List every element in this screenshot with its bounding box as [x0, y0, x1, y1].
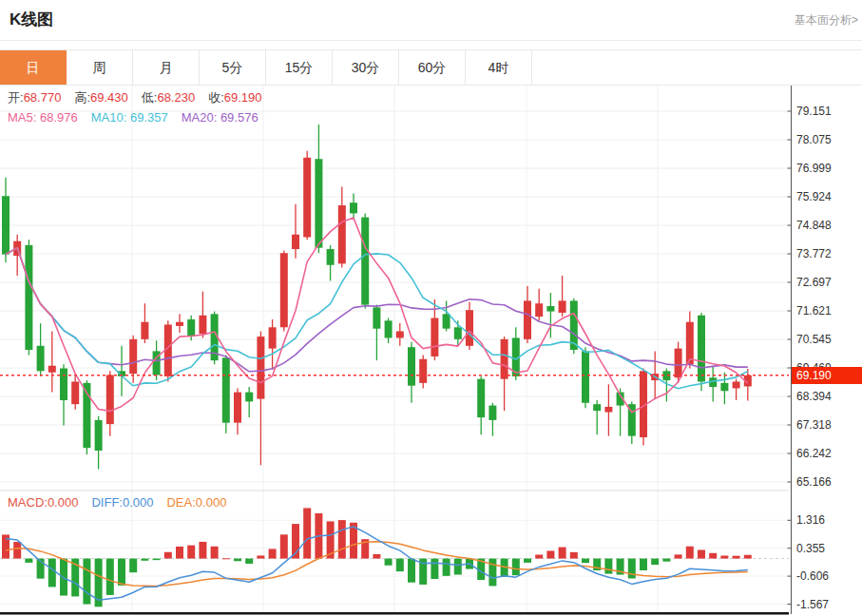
tab-period-3[interactable]: 5分 [200, 50, 266, 85]
candle [675, 349, 682, 378]
candle [466, 310, 473, 346]
candle [71, 381, 79, 404]
candle [95, 420, 103, 451]
candle [315, 159, 322, 247]
candle [477, 379, 485, 417]
macd-bar [546, 550, 554, 558]
candle [60, 369, 67, 400]
readout-pair: DEA:0.000 [166, 495, 226, 510]
price-tick-label: 75.924 [796, 190, 832, 203]
price-tick-label: 67.318 [796, 418, 832, 432]
macd-bar [141, 559, 148, 561]
macd-bar [628, 559, 636, 579]
readout-label: DIFF: [91, 495, 123, 510]
macd-bar [129, 559, 137, 573]
widget-header: K线图 基本面分析> [0, 0, 862, 41]
macd-bar [662, 559, 670, 562]
readout-label: 收: [208, 90, 224, 105]
readout-pair: 高:69.430 [74, 90, 127, 105]
macd-bar [733, 556, 740, 559]
candle [2, 196, 10, 254]
macd-bar [211, 547, 219, 559]
tab-period-7[interactable]: 4时 [466, 50, 532, 85]
candle [593, 404, 601, 411]
price-tick-label: 78.075 [796, 133, 832, 146]
macd-bar [373, 554, 380, 559]
macd-bar [454, 559, 462, 575]
candle [396, 331, 404, 337]
candle [501, 339, 508, 379]
readout-label: 低: [142, 90, 158, 105]
tab-period-0[interactable]: 日 [0, 50, 67, 85]
macd-tick-label: 1.316 [796, 513, 825, 527]
macd-bar [524, 559, 531, 563]
candle [280, 253, 288, 327]
readout-value: 68.770 [24, 90, 62, 105]
readout-pair: DIFF:0.000 [91, 495, 153, 510]
readout-pair: MA10: 69.357 [91, 110, 168, 125]
tab-period-4[interactable]: 15分 [266, 50, 333, 85]
macd-bar [60, 559, 67, 596]
candle [350, 202, 357, 213]
candle [187, 319, 195, 337]
page-title: K线图 [10, 9, 53, 30]
macd-bar [512, 559, 520, 576]
readout-value: 68.976 [40, 110, 78, 125]
candle [106, 375, 114, 424]
candle [524, 300, 531, 338]
macd-bar [488, 559, 496, 587]
macd-bar [83, 559, 90, 605]
price-tick-label: 66.242 [796, 447, 832, 460]
macd-bar [187, 546, 195, 559]
macd-tick-label: 0.355 [796, 542, 825, 555]
candle [292, 235, 299, 249]
macd-bar [106, 559, 114, 595]
macd-bar [604, 559, 612, 574]
tab-period-2[interactable]: 月 [133, 50, 200, 85]
candle [269, 327, 277, 348]
last-price-tag: 69.190 [792, 367, 862, 384]
candle [338, 205, 346, 263]
candle [129, 339, 137, 374]
readout-value: 69.357 [130, 110, 168, 125]
price-tick-label: 65.166 [796, 475, 832, 489]
readout-pair: 收:69.190 [208, 90, 261, 105]
candle [25, 245, 32, 350]
candle [327, 249, 335, 265]
tab-period-1[interactable]: 周 [67, 50, 133, 85]
readout-value: 69.190 [224, 90, 262, 105]
macd-bar [698, 549, 705, 558]
candle [604, 407, 612, 413]
candle [546, 306, 554, 312]
candle [686, 322, 694, 365]
macd-bar [176, 547, 183, 559]
candle [443, 314, 450, 328]
macd-readout: MACD:0.000DIFF:0.000DEA:0.000 [8, 495, 239, 510]
price-tick-label: 71.621 [796, 304, 832, 318]
tab-period-6[interactable]: 60分 [399, 50, 466, 85]
macd-bar [25, 559, 32, 563]
candle [303, 158, 311, 238]
tab-period-5[interactable]: 30分 [333, 50, 399, 85]
readout-label: MACD: [8, 495, 48, 510]
diff-line [6, 527, 748, 600]
last-price-value: 69.190 [796, 369, 832, 382]
readout-label: MA10: [91, 110, 130, 125]
macd-bar [153, 559, 161, 561]
readout-value: 69.430 [90, 90, 128, 105]
readout-pair: 低:68.230 [142, 90, 195, 105]
macd-bar [559, 548, 566, 559]
macd-bar [720, 555, 728, 558]
macd-bar [13, 542, 21, 559]
macd-bar [709, 553, 717, 559]
candle [431, 318, 438, 356]
readout-label: 开: [8, 90, 24, 105]
candle [582, 351, 589, 402]
candle [720, 383, 728, 391]
candle [37, 346, 45, 371]
fundamental-analysis-link[interactable]: 基本面分析> [795, 12, 858, 29]
macd-bar [48, 559, 56, 587]
macd-bar [303, 508, 311, 558]
candle [385, 320, 393, 337]
macd-bar [408, 559, 415, 583]
